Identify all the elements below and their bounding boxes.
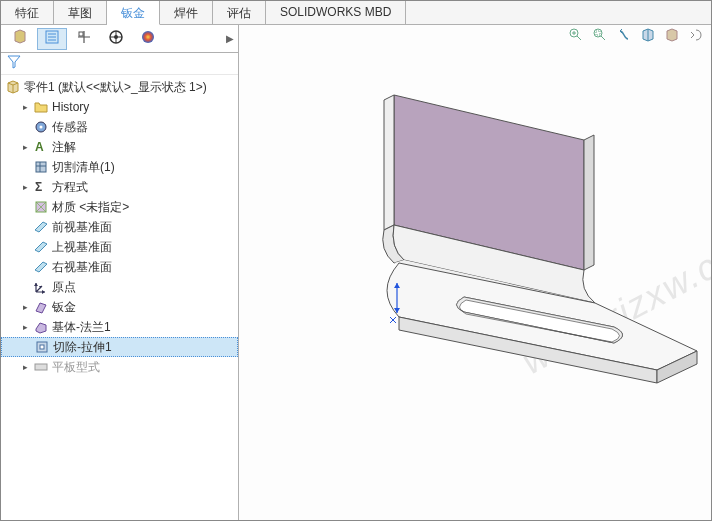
plane-icon <box>33 259 49 275</box>
folder-icon <box>33 99 49 115</box>
tree-root-label: 零件1 (默认<<默认>_显示状态 1>) <box>24 79 207 96</box>
tree-item[interactable]: ▸A注解 <box>1 137 238 157</box>
zoom-fit-icon <box>568 27 584 46</box>
property-icon <box>44 29 60 48</box>
expand-toggle[interactable]: ▸ <box>19 181 31 193</box>
view-tool-prev-view[interactable] <box>615 27 633 45</box>
view-tool-section[interactable] <box>639 27 657 45</box>
expand-toggle[interactable] <box>19 281 31 293</box>
config-icon <box>76 29 92 48</box>
scene-icon <box>688 27 704 46</box>
plane-icon <box>33 219 49 235</box>
appearance-icon <box>140 29 156 48</box>
command-tabs: 特征草图钣金焊件评估SOLIDWORKS MBD <box>1 1 711 25</box>
tree-item-label: 右视基准面 <box>52 259 112 276</box>
svg-rect-1 <box>79 32 83 36</box>
filter-icon[interactable] <box>7 55 21 72</box>
part-icon <box>5 79 21 95</box>
tree-item-label: 切除-拉伸1 <box>53 339 112 356</box>
tree-item[interactable]: 右视基准面 <box>1 257 238 277</box>
tree-item[interactable]: 材质 <未指定> <box>1 197 238 217</box>
display-icon <box>108 29 124 48</box>
panel-tab-strip: ▶ <box>1 25 238 53</box>
tree-item-label: History <box>52 100 89 114</box>
cmd-tab-4[interactable]: 评估 <box>213 1 266 24</box>
svg-text:Σ: Σ <box>35 180 42 194</box>
expand-toggle[interactable]: ▸ <box>19 141 31 153</box>
tree-item[interactable]: 切除-拉伸1 <box>1 337 238 357</box>
tree-item-label: 材质 <未指定> <box>52 199 129 216</box>
tree-item[interactable]: ▸History <box>1 97 238 117</box>
panel-tab-display[interactable] <box>101 28 131 50</box>
feature-manager: ▶ 零件1 (默认<<默认>_显示状态 1>) ▸History传感器▸A注解切… <box>1 25 239 520</box>
svg-rect-12 <box>40 345 44 349</box>
view-tool-display-style[interactable] <box>663 27 681 45</box>
sensor-icon <box>33 119 49 135</box>
expand-toggle[interactable] <box>19 221 31 233</box>
tree-item-label: 注解 <box>52 139 76 156</box>
view-tool-scene[interactable] <box>687 27 705 45</box>
tree-item-label: 基体-法兰1 <box>52 319 111 336</box>
filter-row <box>1 53 238 75</box>
prev-view-icon <box>616 27 632 46</box>
sheetmetal-icon <box>33 299 49 315</box>
expand-toggle[interactable] <box>19 201 31 213</box>
svg-point-15 <box>594 29 602 37</box>
view-toolbar <box>567 27 705 45</box>
tree-item[interactable]: 前视基准面 <box>1 217 238 237</box>
expand-toggle[interactable] <box>19 121 31 133</box>
cmd-tab-2[interactable]: 钣金 <box>107 1 160 25</box>
tree-item-label: 钣金 <box>52 299 76 316</box>
view-tool-zoom-area[interactable] <box>591 27 609 45</box>
tree-item[interactable]: 原点 <box>1 277 238 297</box>
annotation-icon: A <box>33 139 49 155</box>
zoom-area-icon <box>592 27 608 46</box>
material-icon <box>33 199 49 215</box>
svg-rect-13 <box>35 364 47 370</box>
view-tool-zoom-fit[interactable] <box>567 27 585 45</box>
cmd-tab-3[interactable]: 焊件 <box>160 1 213 24</box>
panel-tab-appearance[interactable] <box>133 28 163 50</box>
expand-toggle[interactable]: ▸ <box>19 101 31 113</box>
panel-tab-property[interactable] <box>37 28 67 50</box>
cut-icon <box>34 339 50 355</box>
expand-toggle[interactable] <box>19 241 31 253</box>
main-area: ▶ 零件1 (默认<<默认>_显示状态 1>) ▸History传感器▸A注解切… <box>1 25 711 520</box>
cmd-tab-1[interactable]: 草图 <box>54 1 107 24</box>
tree-item[interactable]: ▸Σ方程式 <box>1 177 238 197</box>
tree-item[interactable]: 切割清单(1) <box>1 157 238 177</box>
svg-text:A: A <box>35 140 44 154</box>
sheetmetal-model <box>259 65 699 465</box>
tree-item[interactable]: ▸平板型式 <box>1 357 238 377</box>
panel-tab-feature-tree[interactable] <box>5 28 35 50</box>
equation-icon: Σ <box>33 179 49 195</box>
plane-icon <box>33 239 49 255</box>
tree-item-label: 传感器 <box>52 119 88 136</box>
cmd-tab-0[interactable]: 特征 <box>1 1 54 24</box>
svg-point-6 <box>40 126 43 129</box>
display-style-icon <box>664 27 680 46</box>
expand-toggle[interactable] <box>19 261 31 273</box>
svg-rect-8 <box>36 162 46 172</box>
cmd-tab-5[interactable]: SOLIDWORKS MBD <box>266 1 406 24</box>
tree-item-label: 前视基准面 <box>52 219 112 236</box>
tree-item[interactable]: 传感器 <box>1 117 238 137</box>
expand-toggle[interactable]: ▸ <box>19 301 31 313</box>
tree-item[interactable]: ▸钣金 <box>1 297 238 317</box>
feature-tree: 零件1 (默认<<默认>_显示状态 1>) ▸History传感器▸A注解切割清… <box>1 75 238 520</box>
tree-root[interactable]: 零件1 (默认<<默认>_显示状态 1>) <box>1 77 238 97</box>
tree-item-label: 方程式 <box>52 179 88 196</box>
feature-tree-icon <box>12 29 28 48</box>
tree-item[interactable]: 上视基准面 <box>1 237 238 257</box>
viewport-3d[interactable]: www.rjzxw.com <box>239 25 711 520</box>
expand-toggle[interactable] <box>19 161 31 173</box>
expand-toggle[interactable] <box>20 341 32 353</box>
expand-toggle[interactable]: ▸ <box>19 321 31 333</box>
cutlist-icon <box>33 159 49 175</box>
expand-toggle[interactable]: ▸ <box>19 361 31 373</box>
flatpattern-icon <box>33 359 49 375</box>
panel-overflow-arrow[interactable]: ▶ <box>226 33 234 44</box>
tree-item-label: 切割清单(1) <box>52 159 115 176</box>
tree-item[interactable]: ▸基体-法兰1 <box>1 317 238 337</box>
panel-tab-config[interactable] <box>69 28 99 50</box>
